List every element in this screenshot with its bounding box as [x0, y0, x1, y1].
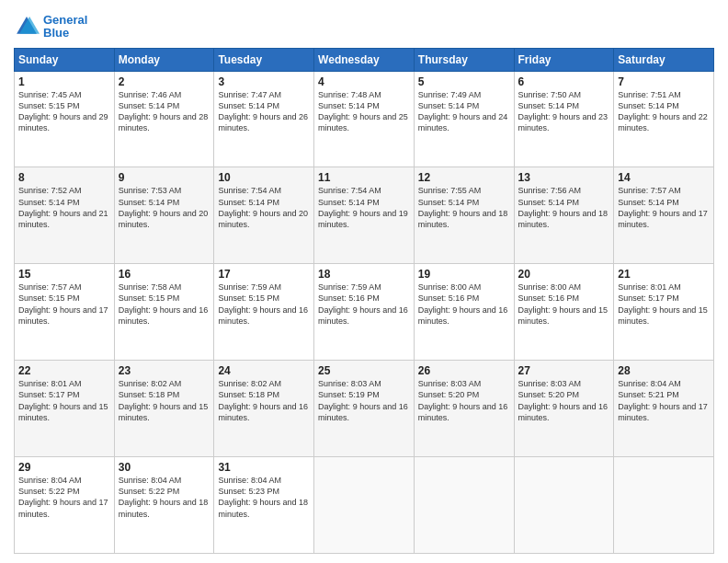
day-number: 17 [218, 268, 310, 281]
calendar-cell: 15 Sunrise: 7:57 AMSunset: 5:15 PMDaylig… [15, 264, 115, 361]
header: General Blue [14, 14, 714, 40]
calendar-cell: 23 Sunrise: 8:02 AMSunset: 5:18 PMDaylig… [114, 361, 214, 457]
calendar-cell: 1 Sunrise: 7:45 AMSunset: 5:15 PMDayligh… [15, 71, 115, 167]
logo: General Blue [14, 14, 87, 40]
cell-info: Sunrise: 7:54 AMSunset: 5:14 PMDaylight:… [218, 185, 310, 230]
cell-info: Sunrise: 7:49 AMSunset: 5:14 PMDaylight:… [418, 89, 510, 134]
calendar-cell: 3 Sunrise: 7:47 AMSunset: 5:14 PMDayligh… [214, 71, 314, 167]
calendar-cell: 10 Sunrise: 7:54 AMSunset: 5:14 PMDaylig… [214, 167, 314, 264]
calendar-cell: 21 Sunrise: 8:01 AMSunset: 5:17 PMDaylig… [614, 264, 714, 361]
day-number: 3 [218, 75, 310, 88]
day-number: 19 [418, 268, 510, 281]
calendar-cell: 6 Sunrise: 7:50 AMSunset: 5:14 PMDayligh… [514, 71, 614, 167]
cell-info: Sunrise: 7:56 AMSunset: 5:14 PMDaylight:… [518, 185, 610, 230]
day-number: 15 [18, 268, 110, 281]
cell-info: Sunrise: 7:59 AMSunset: 5:16 PMDaylight:… [318, 282, 410, 327]
cell-info: Sunrise: 8:04 AMSunset: 5:22 PMDaylight:… [119, 475, 210, 520]
calendar-cell: 2 Sunrise: 7:46 AMSunset: 5:14 PMDayligh… [114, 71, 214, 167]
cell-info: Sunrise: 7:46 AMSunset: 5:14 PMDaylight:… [119, 89, 210, 134]
cell-info: Sunrise: 7:54 AMSunset: 5:14 PMDaylight:… [318, 185, 410, 230]
day-number: 23 [119, 364, 210, 377]
calendar-cell [414, 457, 514, 554]
cell-info: Sunrise: 7:50 AMSunset: 5:14 PMDaylight:… [518, 89, 610, 134]
calendar-cell: 8 Sunrise: 7:52 AMSunset: 5:14 PMDayligh… [15, 167, 115, 264]
day-number: 6 [518, 75, 610, 88]
day-header-saturday: Saturday [614, 48, 714, 71]
cell-info: Sunrise: 8:03 AMSunset: 5:20 PMDaylight:… [418, 378, 510, 423]
day-number: 29 [18, 461, 110, 474]
calendar-cell: 4 Sunrise: 7:48 AMSunset: 5:14 PMDayligh… [314, 71, 415, 167]
cell-info: Sunrise: 8:04 AMSunset: 5:21 PMDaylight:… [618, 378, 710, 423]
day-number: 28 [618, 364, 710, 377]
day-header-thursday: Thursday [414, 48, 514, 71]
day-number: 11 [318, 171, 410, 184]
day-header-tuesday: Tuesday [214, 48, 314, 71]
day-number: 4 [318, 75, 410, 88]
day-number: 26 [418, 364, 510, 377]
week-row-4: 22 Sunrise: 8:01 AMSunset: 5:17 PMDaylig… [15, 361, 714, 457]
day-number: 21 [618, 268, 710, 281]
calendar-cell: 22 Sunrise: 8:01 AMSunset: 5:17 PMDaylig… [15, 361, 115, 457]
cell-info: Sunrise: 7:52 AMSunset: 5:14 PMDaylight:… [18, 185, 110, 230]
calendar-cell: 29 Sunrise: 8:04 AMSunset: 5:22 PMDaylig… [15, 457, 115, 554]
cell-info: Sunrise: 8:00 AMSunset: 5:16 PMDaylight:… [418, 282, 510, 327]
calendar-cell: 13 Sunrise: 7:56 AMSunset: 5:14 PMDaylig… [514, 167, 614, 264]
calendar-cell: 5 Sunrise: 7:49 AMSunset: 5:14 PMDayligh… [414, 71, 514, 167]
calendar-cell: 27 Sunrise: 8:03 AMSunset: 5:20 PMDaylig… [514, 361, 614, 457]
calendar-cell: 28 Sunrise: 8:04 AMSunset: 5:21 PMDaylig… [614, 361, 714, 457]
day-number: 22 [18, 364, 110, 377]
cell-info: Sunrise: 8:04 AMSunset: 5:23 PMDaylight:… [218, 475, 310, 520]
calendar-cell: 24 Sunrise: 8:02 AMSunset: 5:18 PMDaylig… [214, 361, 314, 457]
calendar-cell: 16 Sunrise: 7:58 AMSunset: 5:15 PMDaylig… [114, 264, 214, 361]
day-number: 1 [18, 75, 110, 88]
cell-info: Sunrise: 8:00 AMSunset: 5:16 PMDaylight:… [518, 282, 610, 327]
calendar-table: SundayMondayTuesdayWednesdayThursdayFrid… [14, 48, 714, 554]
cell-info: Sunrise: 8:04 AMSunset: 5:22 PMDaylight:… [18, 475, 110, 520]
logo-icon [14, 14, 40, 40]
day-number: 5 [418, 75, 510, 88]
day-header-sunday: Sunday [15, 48, 115, 71]
cell-info: Sunrise: 7:48 AMSunset: 5:14 PMDaylight:… [318, 89, 410, 134]
day-number: 25 [318, 364, 410, 377]
calendar-cell: 12 Sunrise: 7:55 AMSunset: 5:14 PMDaylig… [414, 167, 514, 264]
day-number: 13 [518, 171, 610, 184]
cell-info: Sunrise: 7:47 AMSunset: 5:14 PMDaylight:… [218, 89, 310, 134]
day-number: 14 [618, 171, 710, 184]
day-number: 10 [218, 171, 310, 184]
calendar-cell: 11 Sunrise: 7:54 AMSunset: 5:14 PMDaylig… [314, 167, 415, 264]
calendar-cell: 17 Sunrise: 7:59 AMSunset: 5:15 PMDaylig… [214, 264, 314, 361]
day-number: 7 [618, 75, 710, 88]
cell-info: Sunrise: 8:03 AMSunset: 5:20 PMDaylight:… [518, 378, 610, 423]
cell-info: Sunrise: 7:55 AMSunset: 5:14 PMDaylight:… [418, 185, 510, 230]
cell-info: Sunrise: 7:57 AMSunset: 5:15 PMDaylight:… [18, 282, 110, 327]
logo-text: General Blue [43, 14, 87, 40]
day-header-friday: Friday [514, 48, 614, 71]
calendar-cell: 26 Sunrise: 8:03 AMSunset: 5:20 PMDaylig… [414, 361, 514, 457]
calendar-cell [614, 457, 714, 554]
calendar-cell: 9 Sunrise: 7:53 AMSunset: 5:14 PMDayligh… [114, 167, 214, 264]
day-number: 16 [119, 268, 210, 281]
day-number: 30 [119, 461, 210, 474]
week-row-5: 29 Sunrise: 8:04 AMSunset: 5:22 PMDaylig… [15, 457, 714, 554]
day-header-monday: Monday [114, 48, 214, 71]
calendar-cell: 25 Sunrise: 8:03 AMSunset: 5:19 PMDaylig… [314, 361, 415, 457]
cell-info: Sunrise: 7:58 AMSunset: 5:15 PMDaylight:… [119, 282, 210, 327]
calendar-cell [314, 457, 415, 554]
cell-info: Sunrise: 8:02 AMSunset: 5:18 PMDaylight:… [218, 378, 310, 423]
day-number: 20 [518, 268, 610, 281]
calendar-cell: 31 Sunrise: 8:04 AMSunset: 5:23 PMDaylig… [214, 457, 314, 554]
week-row-1: 1 Sunrise: 7:45 AMSunset: 5:15 PMDayligh… [15, 71, 714, 167]
calendar-cell: 30 Sunrise: 8:04 AMSunset: 5:22 PMDaylig… [114, 457, 214, 554]
cell-info: Sunrise: 7:51 AMSunset: 5:14 PMDaylight:… [618, 89, 710, 134]
day-number: 8 [18, 171, 110, 184]
calendar-cell [514, 457, 614, 554]
calendar-cell: 7 Sunrise: 7:51 AMSunset: 5:14 PMDayligh… [614, 71, 714, 167]
week-row-3: 15 Sunrise: 7:57 AMSunset: 5:15 PMDaylig… [15, 264, 714, 361]
cell-info: Sunrise: 8:02 AMSunset: 5:18 PMDaylight:… [119, 378, 210, 423]
week-row-2: 8 Sunrise: 7:52 AMSunset: 5:14 PMDayligh… [15, 167, 714, 264]
cell-info: Sunrise: 7:53 AMSunset: 5:14 PMDaylight:… [119, 185, 210, 230]
cell-info: Sunrise: 7:57 AMSunset: 5:14 PMDaylight:… [618, 185, 710, 230]
day-number: 12 [418, 171, 510, 184]
day-number: 18 [318, 268, 410, 281]
cell-info: Sunrise: 7:59 AMSunset: 5:15 PMDaylight:… [218, 282, 310, 327]
